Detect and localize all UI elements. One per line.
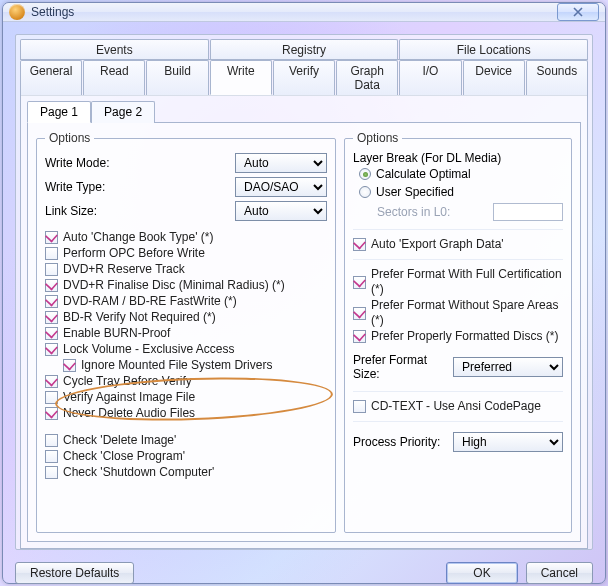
tab-general[interactable]: General bbox=[20, 60, 82, 95]
chk-cdtext-label: CD-TEXT - Use Ansi CodePage bbox=[371, 399, 541, 414]
separator bbox=[353, 391, 563, 392]
checkbox-icon bbox=[45, 311, 58, 324]
checkbox-icon bbox=[353, 400, 366, 413]
left-options-group: Options Write Mode: Auto Write Type: DAO… bbox=[36, 131, 336, 533]
chk-item[interactable]: DVD+R Finalise Disc (Minimal Radius) (*) bbox=[45, 278, 327, 293]
ok-button[interactable]: OK bbox=[446, 562, 517, 584]
checkbox-icon bbox=[45, 327, 58, 340]
chk-item[interactable]: Never Delete Audio Files bbox=[45, 406, 327, 421]
tab-graph-data[interactable]: Graph Data bbox=[336, 60, 398, 95]
chk-item[interactable]: DVD-RAM / BD-RE FastWrite (*) bbox=[45, 294, 327, 309]
chk-item[interactable]: Prefer Format Without Spare Areas (*) bbox=[353, 298, 563, 328]
subtab-page1[interactable]: Page 1 bbox=[27, 101, 91, 123]
combo-link-size[interactable]: Auto bbox=[235, 201, 327, 221]
chk-item[interactable]: Auto 'Change Book Type' (*) bbox=[45, 230, 327, 245]
checkbox-icon bbox=[45, 434, 58, 447]
maintab-row1: Events Registry File Locations bbox=[20, 39, 588, 60]
row-write-mode: Write Mode: Auto bbox=[45, 153, 327, 173]
chk-item[interactable]: Check 'Shutdown Computer' bbox=[45, 465, 327, 480]
dialog-body: Events Registry File Locations General R… bbox=[15, 34, 593, 550]
chk-item[interactable]: BD-R Verify Not Required (*) bbox=[45, 310, 327, 325]
chk-label: Cycle Tray Before Verify bbox=[63, 374, 192, 389]
tab-write[interactable]: Write bbox=[210, 60, 272, 95]
chk-item[interactable]: Verify Against Image File bbox=[45, 390, 327, 405]
tab-sounds[interactable]: Sounds bbox=[526, 60, 588, 95]
checkbox-icon bbox=[45, 407, 58, 420]
checkbox-icon bbox=[45, 263, 58, 276]
tab-read[interactable]: Read bbox=[83, 60, 145, 95]
chk-label: Check 'Shutdown Computer' bbox=[63, 465, 214, 480]
maintab-row2: General Read Build Write Verify Graph Da… bbox=[20, 59, 588, 96]
combo-prefer-format-size[interactable]: Preferred bbox=[453, 357, 563, 377]
right-options-group: Options Layer Break (For DL Media) Calcu… bbox=[344, 131, 572, 533]
chk-label: Prefer Format With Full Certification (*… bbox=[371, 267, 563, 297]
row-sectors-l0: Sectors in L0: bbox=[377, 203, 563, 221]
row-link-size: Link Size: Auto bbox=[45, 201, 327, 221]
combo-write-mode[interactable]: Auto bbox=[235, 153, 327, 173]
close-button[interactable] bbox=[557, 3, 599, 21]
bottom-bar: Restore Defaults OK Cancel bbox=[3, 562, 605, 584]
tab-io[interactable]: I/O bbox=[399, 60, 461, 95]
radio-calc-optimal[interactable]: Calculate Optimal bbox=[359, 167, 563, 181]
chk-label: Lock Volume - Exclusive Access bbox=[63, 342, 234, 357]
chk-item[interactable]: Prefer Format With Full Certification (*… bbox=[353, 267, 563, 297]
separator bbox=[353, 229, 563, 230]
chk-item[interactable]: Perform OPC Before Write bbox=[45, 246, 327, 261]
page-area: Page 1 Page 2 Options Write Mode: Auto W… bbox=[20, 95, 588, 549]
chk-item[interactable]: Check 'Delete Image' bbox=[45, 433, 327, 448]
checkbox-icon bbox=[353, 276, 366, 289]
tab-file-locations[interactable]: File Locations bbox=[399, 39, 588, 60]
chk-label: Verify Against Image File bbox=[63, 390, 195, 405]
chk-cdtext-ansi[interactable]: CD-TEXT - Use Ansi CodePage bbox=[353, 399, 563, 414]
row-process-priority: Process Priority: High bbox=[353, 432, 563, 452]
checkbox-icon bbox=[45, 343, 58, 356]
settings-window: Settings Events Registry File Locations … bbox=[2, 2, 606, 584]
chk-label: Ignore Mounted File System Drivers bbox=[81, 358, 272, 373]
chk-item[interactable]: Lock Volume - Exclusive Access bbox=[45, 342, 327, 357]
chk-label: DVD+R Reserve Track bbox=[63, 262, 185, 277]
app-icon bbox=[9, 4, 25, 20]
label-write-mode: Write Mode: bbox=[45, 156, 235, 170]
chk-label: Prefer Properly Formatted Discs (*) bbox=[371, 329, 558, 344]
chk-export-graph-label: Auto 'Export Graph Data' bbox=[371, 237, 504, 252]
chk-item[interactable]: Ignore Mounted File System Drivers bbox=[63, 358, 327, 373]
checkbox-icon bbox=[45, 295, 58, 308]
chk-item[interactable]: Check 'Close Program' bbox=[45, 449, 327, 464]
chk-label: Perform OPC Before Write bbox=[63, 246, 205, 261]
chk-item[interactable]: Prefer Properly Formatted Discs (*) bbox=[353, 329, 563, 344]
restore-defaults-button[interactable]: Restore Defaults bbox=[15, 562, 134, 584]
chk-label: Check 'Delete Image' bbox=[63, 433, 176, 448]
checkbox-icon bbox=[45, 375, 58, 388]
label-process-priority: Process Priority: bbox=[353, 435, 453, 449]
combo-process-priority[interactable]: High bbox=[453, 432, 563, 452]
chk-item[interactable]: DVD+R Reserve Track bbox=[45, 262, 327, 277]
tab-device[interactable]: Device bbox=[463, 60, 525, 95]
close-icon bbox=[572, 7, 584, 17]
chk-item[interactable]: Enable BURN-Proof bbox=[45, 326, 327, 341]
label-link-size: Link Size: bbox=[45, 204, 235, 218]
combo-write-type[interactable]: DAO/SAO bbox=[235, 177, 327, 197]
checkbox-icon bbox=[63, 359, 76, 372]
chk-export-graph[interactable]: Auto 'Export Graph Data' bbox=[353, 237, 563, 252]
checkbox-icon bbox=[45, 391, 58, 404]
tab-build[interactable]: Build bbox=[146, 60, 208, 95]
titlebar: Settings bbox=[3, 3, 605, 22]
chk-label: Never Delete Audio Files bbox=[63, 406, 195, 421]
row-prefer-format-size: Prefer Format Size: Preferred bbox=[353, 353, 563, 381]
cancel-button[interactable]: Cancel bbox=[526, 562, 593, 584]
label-prefer-format-size: Prefer Format Size: bbox=[353, 353, 453, 381]
tab-verify[interactable]: Verify bbox=[273, 60, 335, 95]
row-write-type: Write Type: DAO/SAO bbox=[45, 177, 327, 197]
label-sectors-l0: Sectors in L0: bbox=[377, 205, 493, 219]
tab-events[interactable]: Events bbox=[20, 39, 209, 60]
radio-user-label: User Specified bbox=[376, 185, 454, 199]
chk-label: Auto 'Change Book Type' (*) bbox=[63, 230, 213, 245]
checkbox-icon bbox=[45, 247, 58, 260]
subtab-page2[interactable]: Page 2 bbox=[91, 101, 155, 123]
chk-item[interactable]: Cycle Tray Before Verify bbox=[45, 374, 327, 389]
radio-dot-icon bbox=[359, 168, 371, 180]
separator bbox=[353, 421, 563, 422]
tab-registry[interactable]: Registry bbox=[210, 39, 399, 60]
checkbox-icon bbox=[45, 279, 58, 292]
radio-user-specified[interactable]: User Specified bbox=[359, 185, 563, 199]
